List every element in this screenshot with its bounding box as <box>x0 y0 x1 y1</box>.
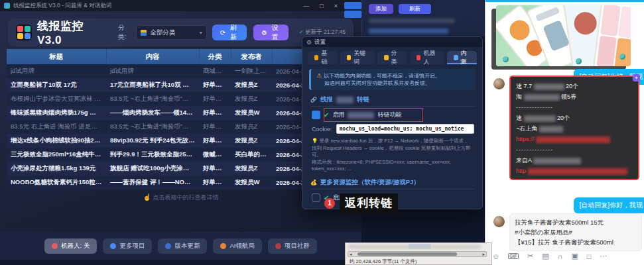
refresh-button-bg[interactable]: 刷新 <box>399 4 431 14</box>
table-cell[interactable]: 好单线报-... <box>199 162 231 176</box>
checkbox-icon[interactable] <box>312 193 320 202</box>
table-cell[interactable]: 布根姆山宁参冰尝大豆冥凉袜 83.5元 <box>7 92 106 106</box>
table-cell[interactable]: 发报员Z <box>231 92 272 106</box>
table-cell[interactable]: jd试用牌 <box>106 64 199 78</box>
maximize-button[interactable]: □ <box>320 3 323 9</box>
table-cell[interactable]: 一剑陕上砍... <box>231 64 272 78</box>
table-cell[interactable]: 17元立而奥船袜了共10双 给李佳后石... <box>106 78 199 92</box>
censored-text <box>539 126 563 132</box>
table-cell[interactable]: 好单线报-... <box>199 106 231 120</box>
robot-icon <box>417 55 420 60</box>
refresh-button[interactable]: ⟳ 刷新 <box>212 25 247 40</box>
capture-frame-icon[interactable]: □ <box>587 252 592 260</box>
table-cell[interactable]: 88vip30.92元 到手24包无故障4.48... <box>106 134 199 148</box>
table-cell[interactable]: 锋味派黑猪肉烟肉烤肠175g 任选5件... <box>7 106 106 120</box>
table-cell[interactable]: 83.5元 ~右上角进“淘捡币”进足迹... <box>106 120 199 134</box>
table-cell[interactable]: 好单线报-... <box>199 134 231 148</box>
tab-基础[interactable]: 基础 <box>308 51 338 64</box>
table-cell[interactable]: 小壳涂尿处方猫粮1.5kg 139元 <box>7 162 106 176</box>
edge-blue-button-1[interactable] <box>344 2 361 9</box>
category-select[interactable]: 全部分类 ▾ <box>136 25 206 40</box>
sender-avatar[interactable] <box>493 216 505 227</box>
footer-button[interactable]: AI领航局 <box>213 238 261 254</box>
column-header[interactable]: 标题 <box>7 49 106 64</box>
table-cell[interactable]: 三元极致全脂250ml*16盒纯牛奶 29.... <box>7 148 106 162</box>
image-icon[interactable]: ▣ <box>571 252 578 260</box>
footer-button[interactable]: 机器人: 关 <box>44 238 97 254</box>
table-cell[interactable]: 83.5元 右上角进 淘捡币 进足迹拍 有... <box>7 120 106 134</box>
column-header[interactable]: 分类 <box>199 49 231 64</box>
tab-机器人[interactable]: 机器人 <box>410 51 444 64</box>
table-cell[interactable]: ——营养保健 评！——NOOBO ... <box>106 176 199 189</box>
annotation-red-rectangle <box>324 108 423 122</box>
table-cell[interactable]: 发报员Z <box>231 120 272 134</box>
scissors-screenshot-icon[interactable]: ✂ <box>527 252 533 260</box>
sender-avatar[interactable] <box>493 78 505 89</box>
table-cell[interactable]: 发报员Z <box>231 134 272 148</box>
cashback-enable-row[interactable]: ✔ 启用 转链功能 <box>312 111 474 119</box>
edge-blue-button-2[interactable] <box>344 11 361 18</box>
table-cell[interactable]: 好单线报-... <box>199 92 231 106</box>
cookie-input[interactable] <box>336 124 474 134</box>
sticker-image-message[interactable] <box>496 5 631 66</box>
table-cell[interactable]: 立而奥船袜了10双 17元 <box>7 78 106 92</box>
resource-section-header: 💰 更多资源监控（软件/资源/游戏PJ） <box>310 178 474 189</box>
shake-purple-icon[interactable]: ✦ <box>633 74 640 81</box>
tab-分类[interactable]: 分类 <box>377 51 407 64</box>
emoji-icon[interactable]: ☺ <box>492 252 499 260</box>
settings-button[interactable]: ⚙ 设置 <box>253 25 289 40</box>
table-cell[interactable]: 好单线报-... <box>199 176 231 189</box>
add-button[interactable]: 添加 <box>369 4 393 14</box>
table-cell[interactable]: NOOBO氨糖软骨素钙片150粒*2瓶3... <box>7 176 106 189</box>
dialog-tabs: 基础关键词分类机器人内测 <box>302 47 482 64</box>
table-cell[interactable]: 发报员Z <box>231 78 272 92</box>
table-cell[interactable]: 发报员W <box>231 106 272 120</box>
folder-icon[interactable]: ▤ <box>542 252 548 260</box>
product-message-line: 【¥15】拉芳 鱼子酱膏护发素500ml <box>515 237 637 247</box>
table-cell[interactable]: 买白单的妹妹 <box>231 148 272 162</box>
tab-关键词[interactable]: 关键词 <box>340 51 375 64</box>
table-cell[interactable]: 好单线报-... <box>199 78 231 92</box>
table-cell[interactable]: 83.5元 ~右上角进“淘金币”进足迹... <box>106 92 199 106</box>
gif-icon[interactable]: GIF <box>508 253 519 259</box>
scroll-left-arrow[interactable]: ◂ <box>350 252 352 257</box>
column-header[interactable]: 发布者 <box>231 49 272 64</box>
tab-内测[interactable]: 内测 <box>447 51 477 64</box>
table-cell[interactable]: 发报员Z <box>231 162 272 176</box>
table-cell[interactable]: 旗舰店 赠试吃100g小壳涂尿处方猫粮... <box>106 162 199 176</box>
table-cell[interactable]: jd试用牌 <box>7 64 106 78</box>
table-cell[interactable]: 商城好话 <box>199 64 231 78</box>
table-cell[interactable]: 好单线报-... <box>199 120 231 134</box>
table-cell[interactable]: 增达x线条小狗棉绒软抽90抽24包 ... <box>7 134 106 148</box>
footer-button-icon <box>275 243 281 249</box>
minimize-button[interactable]: — <box>303 3 309 9</box>
shake-window-icon[interactable]: ∩ <box>558 252 563 260</box>
footer-button[interactable]: 版本更新 <box>158 238 207 254</box>
product-message[interactable]: 拉芳鱼子酱膏护发素500ml 15元#小卖部の家居用品#【¥15】拉芳 鱼子酱膏… <box>509 213 642 251</box>
censored-link: https:// <box>516 136 534 142</box>
key-icon <box>347 55 351 60</box>
close-button[interactable]: × <box>334 3 338 9</box>
column-header[interactable]: 内容 <box>106 49 199 64</box>
table-cell[interactable]: 到手29.9！三元极致全脂250ml*16... <box>106 148 199 162</box>
pencil-icon <box>454 55 458 60</box>
app-title: 线报监控 V3.0 <box>37 19 102 47</box>
table-cell[interactable]: ——烟肉烤肠发车——领140-60补... <box>106 106 199 120</box>
footer-button-icon <box>220 243 226 249</box>
table-cell[interactable]: 发报员W <box>231 176 272 189</box>
deal-message-bubble[interactable]: 速 7.7 20个 淘 领5券 -------------- 速 20个 ~右上… <box>509 76 639 180</box>
more-icon[interactable]: ⋯ <box>600 252 608 260</box>
checkbox-icon[interactable] <box>312 111 320 119</box>
horizontal-scrollbar[interactable]: ◂ ▸ <box>348 251 487 257</box>
footer-button[interactable]: 更多项目 <box>103 238 152 254</box>
censored-text <box>524 94 560 101</box>
footer-button[interactable]: 项目社群 <box>268 238 317 254</box>
folder-icon <box>384 55 388 60</box>
category-value: 全部分类 <box>150 28 175 37</box>
scrollbar-thumb[interactable] <box>357 252 457 256</box>
product-message-line: 拉芳鱼子酱膏护发素500ml 15元 <box>515 217 637 227</box>
deal-message-line: -------------- <box>516 144 633 155</box>
cookie-label: Cookie: <box>312 126 332 132</box>
scroll-right-arrow[interactable]: ▸ <box>482 252 485 257</box>
table-cell[interactable]: 微喊线报-... <box>199 148 231 162</box>
